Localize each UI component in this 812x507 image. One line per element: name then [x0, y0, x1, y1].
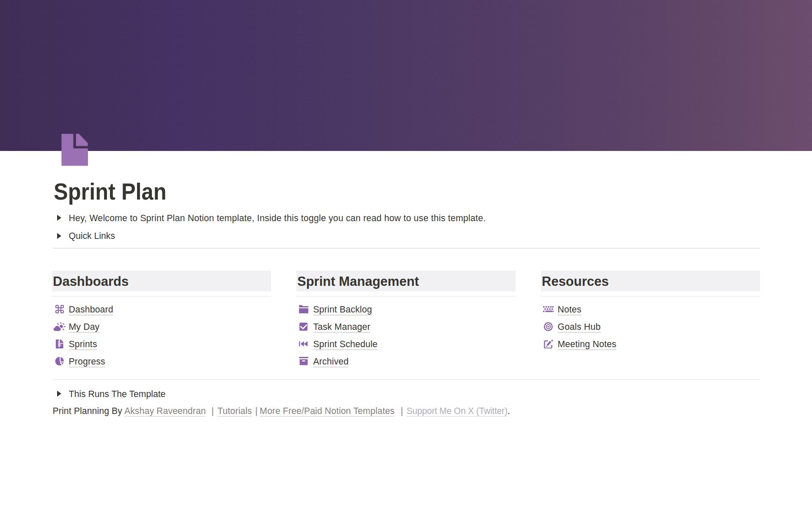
page-icon[interactable]	[61, 134, 88, 167]
column-dashboards: Dashboards Dashboard	[52, 271, 271, 381]
templates-link[interactable]: More Free/Paid Notion Templates	[260, 406, 395, 416]
toggle-welcome-label: Hey, Welcome to Sprint Plan Notion templ…	[69, 214, 486, 222]
link-label[interactable]: Goals Hub	[558, 322, 601, 331]
toggle-triangle-icon[interactable]	[57, 233, 61, 239]
link-archived[interactable]: Archived	[296, 353, 516, 370]
column-heading-sprint-management: Sprint Management	[296, 271, 516, 291]
link-notes[interactable]: Notes	[541, 301, 760, 318]
link-progress[interactable]: Progress	[52, 353, 271, 370]
toggle-triangle-icon[interactable]	[57, 215, 61, 221]
column-heading-underline	[52, 296, 271, 297]
keyboard-icon	[543, 306, 554, 312]
link-sprints[interactable]: Sprints	[52, 335, 271, 353]
command-icon	[55, 305, 64, 313]
link-goals-hub[interactable]: Goals Hub	[541, 318, 760, 335]
checkbox-icon	[299, 323, 307, 331]
link-label[interactable]: Notes	[558, 305, 582, 314]
link-dashboard[interactable]: Dashboard	[52, 301, 271, 318]
sun-behind-cloud-icon	[53, 322, 66, 332]
link-label[interactable]: Progress	[69, 357, 105, 366]
link-label[interactable]: Meeting Notes	[558, 340, 617, 348]
toggle-quick-links-label: Quick Links	[69, 231, 115, 240]
page-cover-image[interactable]	[0, 0, 812, 151]
link-sprint-backlog[interactable]: Sprint Backlog	[296, 301, 516, 318]
folder-icon	[299, 305, 309, 313]
footer-credits: Print Planning By Akshay Raveendran|Tuto…	[53, 406, 510, 415]
archive-box-icon	[299, 357, 308, 365]
pie-chart-icon	[55, 357, 64, 366]
link-label[interactable]: Archived	[313, 357, 349, 366]
toggle-runs-label: This Runs The Template	[69, 389, 166, 398]
link-my-day[interactable]: My Day	[52, 318, 271, 335]
link-label[interactable]: Sprints	[69, 340, 97, 348]
column-heading-label: Sprint Management	[297, 275, 419, 288]
author-link[interactable]: Akshay Raveendran	[124, 406, 206, 416]
page-title: Sprint Plan	[54, 180, 167, 204]
column-heading-label: Resources	[542, 275, 609, 288]
zip-document-icon	[56, 340, 63, 348]
toggle-welcome[interactable]: Hey, Welcome to Sprint Plan Notion templ…	[53, 214, 760, 226]
divider	[53, 248, 760, 248]
target-icon	[544, 322, 553, 331]
link-label[interactable]: Dashboard	[69, 305, 113, 314]
support-link[interactable]: Support Me On X (Twitter)	[406, 406, 508, 416]
link-label[interactable]: My Day	[69, 322, 100, 331]
column-heading-underline	[296, 296, 516, 297]
toggle-triangle-icon[interactable]	[57, 391, 61, 397]
column-heading-dashboards: Dashboards	[52, 271, 271, 291]
notion-page: Sprint Plan Hey, Welcome to Sprint Plan …	[0, 0, 812, 507]
column-heading-resources: Resources	[541, 271, 760, 291]
column-heading-label: Dashboards	[53, 275, 129, 288]
column-sprint-management: Sprint Management Sprint Backlog Task Ma…	[296, 271, 516, 381]
link-meeting-notes[interactable]: Meeting Notes	[541, 335, 760, 353]
edit-pencil-square-icon	[544, 339, 554, 349]
footer-separator: |	[211, 406, 214, 416]
divider	[53, 379, 760, 380]
footer-separator: |	[255, 406, 258, 416]
footer-suffix: .	[508, 406, 510, 416]
toggle-this-runs-the-template[interactable]: This Runs The Template	[53, 389, 760, 402]
link-sprint-schedule[interactable]: Sprint Schedule	[296, 335, 516, 353]
link-task-manager[interactable]: Task Manager	[296, 318, 516, 335]
footer-separator: |	[401, 406, 403, 416]
purple-document-page-icon	[61, 134, 88, 166]
link-label[interactable]: Sprint Schedule	[313, 340, 378, 348]
toggle-quick-links[interactable]: Quick Links	[53, 231, 760, 244]
rewind-icon	[299, 341, 307, 346]
link-label[interactable]: Task Manager	[313, 322, 370, 331]
column-heading-underline	[541, 296, 760, 297]
footer-prefix: Print Planning By	[53, 406, 124, 416]
tutorials-link[interactable]: Tutorials	[217, 406, 252, 416]
link-label[interactable]: Sprint Backlog	[313, 305, 372, 314]
column-resources: Resources Notes	[541, 271, 760, 381]
